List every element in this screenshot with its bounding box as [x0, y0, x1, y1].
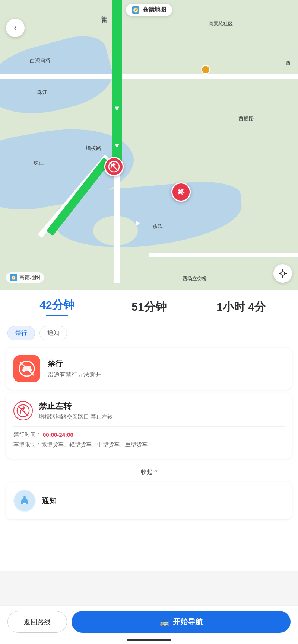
notification-preview: 通知 — [6, 482, 292, 519]
restriction-text: 禁行 沿途有禁行无法避开 — [48, 359, 101, 379]
map-label-tongj: 同景苑社区 — [209, 20, 233, 27]
poi-dot — [201, 65, 210, 74]
amap-logo: 🧭 高德地图 — [6, 272, 44, 283]
map-label-xi: 西 — [286, 60, 291, 66]
route-option-2[interactable]: 51分钟 — [103, 299, 195, 315]
restriction-icon-bg — [13, 355, 40, 382]
home-indicator — [127, 639, 171, 641]
restriction-banner-card: 禁行 沿途有禁行无法避开 — [6, 348, 292, 390]
amap-icon: 🧭 — [132, 6, 139, 14]
back-button[interactable]: ‹ — [6, 19, 25, 37]
start-nav-button[interactable]: 🚌 开始导航 — [72, 611, 291, 633]
action-bar: 返回路线 🚌 开始导航 — [0, 605, 298, 644]
svg-point-2 — [281, 272, 285, 275]
time-range: 00:00-24:00 — [43, 432, 73, 438]
map-label-xichan: 西场立交桥 — [183, 275, 207, 282]
map-area[interactable]: ▼ ▼ ▼ 终 白泥河桥 珠江 珠江 同景苑社区 西棱路 西场立交桥 许广高速 … — [0, 0, 298, 290]
vehicle-row: 车型限制：微型货车、轻型货车、中型货车、重型货车 — [13, 441, 285, 448]
route-option-3[interactable]: 1小时 4分 — [195, 299, 287, 315]
svg-point-10 — [29, 370, 31, 372]
road-horizontal-1 — [0, 74, 298, 79]
road-horizontal-2 — [149, 253, 298, 257]
time-label: 禁行时间： — [13, 431, 41, 438]
svg-point-15 — [23, 496, 26, 498]
notification-icon — [13, 490, 36, 512]
map-label-zengt: 增棱路 — [86, 145, 101, 152]
amap-logo-text: 高德地图 — [19, 274, 40, 281]
route-options: 42分钟 51分钟 1小时 4分 — [0, 290, 298, 320]
map-label-xiban: 西棱路 — [238, 115, 254, 122]
route-time-1: 42分钟 — [11, 298, 103, 313]
restriction-desc: 沿途有禁行无法避开 — [48, 371, 101, 379]
tab-jinjin[interactable]: 禁行 — [7, 326, 35, 340]
time-row: 禁行时间： 00:00-24:00 — [13, 431, 285, 438]
start-nav-label: 开始导航 — [173, 617, 203, 627]
map-label-zhujiang2: 珠江 — [34, 160, 44, 167]
route-time-2: 51分钟 — [103, 299, 195, 315]
location-icon — [278, 269, 288, 278]
map-label-baini: 白泥河桥 — [30, 58, 51, 64]
back-route-button[interactable]: 返回路线 — [7, 611, 67, 633]
detail-card: 禁止左转 增棱路辅路交叉路口 禁止左转 禁行时间： 00:00-24:00 车型… — [6, 393, 292, 459]
left-turn-icon-svg — [16, 404, 30, 417]
detail-title: 禁止左转 — [39, 401, 113, 412]
tab-notify[interactable]: 通知 — [39, 326, 67, 340]
no-left-turn-icon — [13, 401, 33, 420]
amap-header: 🧭 高德地图 — [126, 4, 172, 16]
detail-header: 禁止左转 增棱路辅路交叉路口 禁止左转 — [13, 401, 285, 420]
route-arrow-2: ▼ — [113, 141, 121, 150]
tab-bar: 禁行 通知 — [0, 320, 298, 344]
amap-title: 高德地图 — [142, 6, 166, 14]
detail-text: 禁止左转 增棱路辅路交叉路口 禁止左转 — [39, 401, 113, 420]
map-label-xuguang: 许广高速 — [101, 11, 108, 14]
route-arrow-1: ▼ — [113, 104, 121, 113]
map-label-zhujiang1: 珠江 — [37, 89, 48, 96]
route-time-3: 1小时 4分 — [195, 299, 287, 315]
location-button[interactable] — [273, 264, 292, 283]
notification-icon-svg — [13, 490, 36, 512]
detail-divider — [13, 426, 285, 427]
action-bar-spacer — [0, 523, 298, 564]
detail-subtitle: 增棱路辅路交叉路口 禁止左转 — [39, 413, 113, 420]
amap-logo-icon: 🧭 — [10, 274, 17, 281]
turn-restriction-marker — [104, 157, 124, 176]
route-option-1[interactable]: 42分钟 — [11, 298, 103, 316]
nav-bus-icon: 🚌 — [160, 618, 169, 627]
card-main: 禁行 沿途有禁行无法避开 — [13, 355, 285, 382]
svg-point-9 — [23, 370, 25, 372]
back-icon: ‹ — [14, 23, 16, 33]
destination-marker: 终 — [171, 182, 191, 202]
restriction-title: 禁行 — [48, 359, 101, 369]
notification-title: 通知 — [42, 496, 57, 506]
no-car-icon — [19, 361, 35, 377]
bottom-panel: 42分钟 51分钟 1小时 4分 禁行 通知 — [0, 290, 298, 571]
route-underline-1 — [46, 315, 68, 316]
collapse-button[interactable]: 收起 ^ — [0, 462, 298, 482]
